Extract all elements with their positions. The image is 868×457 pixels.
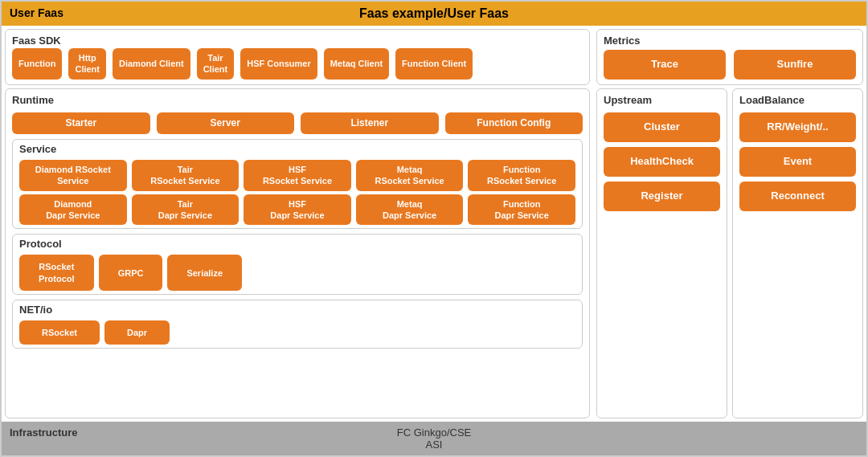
runtime-top-row: StarterServerListenerFunction Config (12, 112, 583, 135)
infrastructure-bar: Infrastructure FC Ginkgo/CSE ASI (2, 422, 866, 455)
netio-row: RSocketDapr (19, 320, 575, 345)
infrastructure-label: Infrastructure (10, 426, 78, 439)
user-faas-label: User Faas (10, 6, 63, 19)
upstream-label: Upstream (604, 94, 720, 106)
sdk-section: Faas SDK FunctionHttp ClientDiamond Clie… (5, 29, 590, 85)
netio-btn-dapr[interactable]: Dapr (104, 320, 170, 345)
loadbalance-section: LoadBalance RR/Weight/..EventReconnect (732, 88, 863, 418)
sdk-btn-hsf-consumer[interactable]: HSF Consumer (240, 48, 317, 80)
upstream-btn-register[interactable]: Register (604, 182, 720, 211)
protocol-btn-serialize[interactable]: Serialize (167, 255, 242, 291)
service-btn-metaq-rsocket[interactable]: Metaq RSocket Service (356, 160, 464, 191)
header-title: Faas example/User Faas (359, 6, 509, 20)
loadbalance-btn-rr-weight[interactable]: RR/Weight/.. (739, 112, 856, 142)
runtime-btn-starter[interactable]: Starter (12, 112, 150, 135)
metrics-btn-sunfire[interactable]: Sunfire (734, 50, 856, 80)
service-btn-function-dapr[interactable]: Function Dapr Service (468, 194, 575, 226)
service-btn-metaq-dapr[interactable]: Metaq Dapr Service (356, 194, 464, 226)
sdk-label: Faas SDK (12, 35, 583, 47)
right-column: Metrics TraceSunfire Upstream ClusterHea… (593, 26, 866, 422)
loadbalance-label: LoadBalance (739, 94, 856, 106)
service-btn-hsf-rsocket[interactable]: HSF RSocket Service (244, 160, 351, 191)
sdk-row: FunctionHttp ClientDiamond ClientTair Cl… (12, 48, 583, 80)
protocol-section: Protocol RSocket ProtocolGRPCSerialize (12, 234, 583, 295)
upstream-btn-cluster[interactable]: Cluster (604, 112, 720, 142)
netio-btn-rsocket[interactable]: RSocket (19, 320, 100, 345)
metrics-label: Metrics (604, 35, 856, 47)
service-btn-tair-rsocket[interactable]: Tair RSocket Service (132, 160, 240, 191)
sdk-btn-function[interactable]: Function (12, 48, 62, 80)
loadbalance-btn-event[interactable]: Event (739, 147, 856, 177)
service-btn-diamond-rsocket[interactable]: Diamond RSocket Service (19, 160, 127, 191)
service-btn-tair-dapr[interactable]: Tair Dapr Service (132, 194, 240, 226)
runtime-section: Runtime StarterServerListenerFunction Co… (5, 88, 590, 418)
left-column: Faas SDK FunctionHttp ClientDiamond Clie… (2, 26, 593, 422)
protocol-label: Protocol (19, 238, 575, 250)
sdk-btn-diamond-client[interactable]: Diamond Client (113, 48, 190, 80)
service-btn-hsf-dapr[interactable]: HSF Dapr Service (244, 194, 351, 226)
header-bar: User Faas Faas example/User Faas (2, 2, 866, 26)
upstream-buttons: ClusterHealthCheckRegister (604, 112, 720, 211)
service-label: Service (19, 143, 575, 155)
service-section: Service Diamond RSocket ServiceTair RSoc… (12, 139, 583, 229)
metrics-btn-trace[interactable]: Trace (604, 50, 726, 80)
upstream-lb-row: Upstream ClusterHealthCheckRegister Load… (596, 88, 863, 418)
service-btn-diamond-dapr[interactable]: Diamond Dapr Service (19, 194, 127, 226)
protocol-btn-grpc[interactable]: GRPC (99, 255, 163, 291)
runtime-btn-listener[interactable]: Listener (301, 112, 439, 135)
service-row1: Diamond RSocket ServiceTair RSocket Serv… (19, 160, 575, 191)
upstream-btn-healthcheck[interactable]: HealthCheck (604, 147, 720, 177)
upstream-section: Upstream ClusterHealthCheckRegister (596, 88, 727, 418)
sdk-btn-function-client[interactable]: Function Client (395, 48, 473, 80)
protocol-btn-rsocket-protocol[interactable]: RSocket Protocol (19, 255, 94, 291)
main-body: Faas SDK FunctionHttp ClientDiamond Clie… (2, 26, 866, 422)
runtime-btn-server[interactable]: Server (157, 112, 295, 135)
infrastructure-center: FC Ginkgo/CSE ASI (397, 426, 471, 451)
loadbalance-buttons: RR/Weight/..EventReconnect (739, 112, 856, 211)
service-btn-function-rsocket[interactable]: Function RSocket Service (468, 160, 575, 191)
metrics-section: Metrics TraceSunfire (596, 29, 863, 85)
runtime-btn-function-config[interactable]: Function Config (445, 112, 583, 135)
runtime-label: Runtime (12, 94, 583, 106)
loadbalance-btn-reconnect[interactable]: Reconnect (739, 182, 856, 211)
sdk-btn-http-client[interactable]: Http Client (68, 48, 106, 80)
netio-section: NET/io RSocketDapr (12, 300, 583, 349)
sdk-btn-metaq-client[interactable]: Metaq Client (324, 48, 389, 80)
service-row2: Diamond Dapr ServiceTair Dapr ServiceHSF… (19, 194, 575, 226)
protocol-row: RSocket ProtocolGRPCSerialize (19, 255, 575, 291)
metrics-row: TraceSunfire (604, 50, 856, 80)
sdk-btn-tair-client[interactable]: Tair Client (197, 48, 235, 80)
netio-label: NET/io (19, 304, 575, 316)
